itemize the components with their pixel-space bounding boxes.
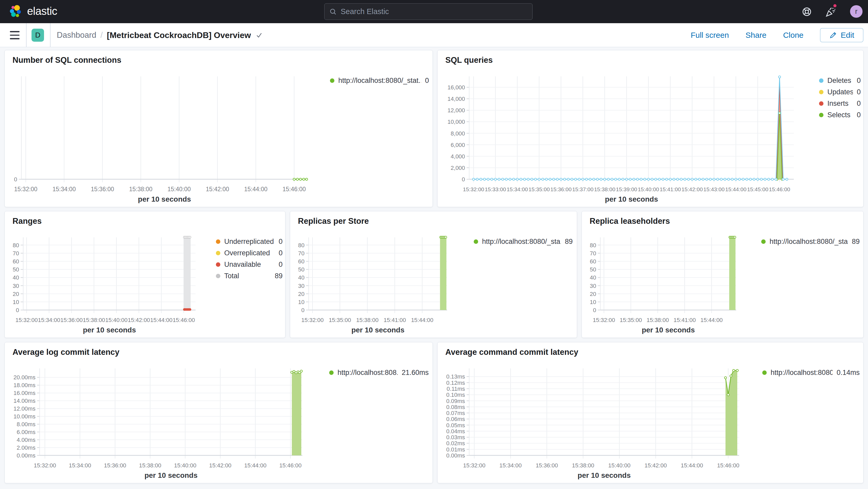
chart-canvas[interactable]: 15:32:0015:33:0015:34:0015:35:0015:36:00… [444,74,801,205]
share-button[interactable]: Share [746,31,767,40]
whats-new-button[interactable] [823,4,838,19]
search-icon [329,8,337,16]
svg-text:15:38:00: 15:38:00 [139,462,161,469]
chart-avg-log-commit-latency[interactable]: 15:32:0015:34:0015:36:0015:38:0015:40:00… [11,366,309,482]
svg-text:15:46:00: 15:46:00 [717,462,739,469]
svg-text:16.00ms: 16.00ms [13,390,35,396]
legend-series-dot [761,239,766,244]
svg-text:80: 80 [298,242,304,248]
chart-canvas[interactable]: 15:32:0015:34:0015:36:0015:38:0015:40:00… [11,74,314,205]
svg-text:20.00ms: 20.00ms [13,374,35,380]
legend-item[interactable]: Selects0 [819,109,861,121]
svg-text:0.04ms: 0.04ms [446,428,465,434]
panel-sql-queries: SQL queries 15:32:0015:33:0015:34:0015:3… [437,50,864,207]
panel-avg-log-commit-latency: Average log commit latency 15:32:0015:34… [4,342,433,483]
avatar-initial: r [855,7,858,16]
svg-text:12,000: 12,000 [447,107,465,114]
brand-text: elastic [27,5,57,18]
svg-text:6.00ms: 6.00ms [17,429,35,435]
svg-text:10: 10 [590,299,596,305]
legend-item[interactable]: Deletes0 [819,75,861,86]
svg-text:70: 70 [298,250,304,256]
svg-text:0.09ms: 0.09ms [446,398,465,404]
chart-canvas[interactable]: 15:32:0015:34:0015:36:0015:38:0015:40:00… [11,366,309,482]
full-screen-button[interactable]: Full screen [691,31,729,40]
legend-item[interactable]: http://localhost:8080/_sta...89 [761,236,860,247]
legend-series-value: 89 [852,238,860,246]
svg-text:60: 60 [590,258,596,265]
clone-button[interactable]: Clone [783,31,803,40]
svg-text:15:44:00: 15:44:00 [244,462,267,469]
svg-text:15:46:00: 15:46:00 [279,462,302,469]
legend-series-value: 0 [279,261,283,269]
svg-text:15:44:00: 15:44:00 [244,186,268,192]
legend-series-dot [216,262,220,267]
svg-text:15:46:00: 15:46:00 [283,186,306,192]
chart-avg-command-commit-latency[interactable]: 15:32:0015:34:0015:36:0015:38:0015:40:00… [444,366,746,482]
chart-legend: http://localhost:8080/_sta...89 [474,236,573,247]
svg-text:15:46:00: 15:46:00 [769,186,790,192]
svg-text:15:34:00: 15:34:00 [69,462,91,469]
legend-item[interactable]: http://localhost:8080/_stat...0 [330,75,429,86]
legend-item[interactable]: Updates0 [819,86,861,98]
edit-button[interactable]: Edit [820,28,863,42]
legend-item[interactable]: Underreplicated0 [216,236,283,247]
svg-text:60: 60 [13,258,19,265]
panel-avg-command-commit-latency: Average command commit latency 15:32:001… [437,342,864,483]
page-title: [Metricbeat CockroachDB] Overview [107,30,251,40]
svg-text:15:35:00: 15:35:00 [620,317,642,323]
svg-text:8,000: 8,000 [451,130,465,137]
legend-item[interactable]: Inserts0 [819,98,861,109]
chart-canvas[interactable]: 15:32:0015:35:0015:38:0015:41:0015:44:00… [588,235,743,336]
svg-text:15:42:00: 15:42:00 [128,317,150,323]
svg-text:15:43:00: 15:43:00 [704,186,725,192]
breadcrumb-dashboard-link[interactable]: Dashboard [57,30,96,40]
svg-text:15:32:00: 15:32:00 [34,462,56,469]
svg-text:15:33:00: 15:33:00 [485,186,506,192]
chart-canvas[interactable]: 15:32:0015:35:0015:38:0015:41:0015:44:00… [297,235,454,336]
legend-series-label: Updates [827,88,853,96]
legend-series-label: Unavailable [224,261,275,269]
legend-item[interactable]: Unavailable0 [216,259,283,270]
legend-item[interactable]: http://localhost:8080/_sta...89 [474,236,573,247]
chart-legend: http://localhost:808...21.60ms [329,367,429,378]
svg-text:15:32:00: 15:32:00 [463,186,485,192]
panel-title: SQL queries [445,56,493,65]
legend-item[interactable]: http://localhost:808...21.60ms [329,367,429,378]
global-search[interactable] [324,3,533,20]
svg-text:4,000: 4,000 [451,153,465,160]
legend-series-label: http://localhost:8080/_stat... [338,77,421,85]
chart-legend: http://localhost:8080...0.14ms [762,367,860,378]
search-input[interactable] [341,7,528,16]
legend-item[interactable]: http://localhost:8080...0.14ms [762,367,860,378]
help-button[interactable] [799,4,814,19]
legend-item[interactable]: Total89 [216,270,283,282]
chart-canvas[interactable]: 15:32:0015:34:0015:36:0015:38:0015:40:00… [444,366,746,482]
svg-text:10,000: 10,000 [447,119,465,125]
help-icon [801,6,812,18]
svg-text:15:41:00: 15:41:00 [383,317,406,323]
svg-text:18.00ms: 18.00ms [13,382,35,389]
title-options-button[interactable] [255,31,263,39]
dashboard-app-badge[interactable]: D [32,29,44,42]
legend-series-dot [819,101,824,106]
chart-replica-leaseholders[interactable]: 15:32:0015:35:0015:38:0015:41:0015:44:00… [588,235,743,336]
chart-legend: http://localhost:8080/_sta...89 [761,236,860,247]
panel-replicas-per-store: Replicas per Store 15:32:0015:35:0015:38… [290,211,577,338]
svg-text:0.02ms: 0.02ms [446,440,465,447]
legend-series-dot [474,239,478,244]
legend-series-value: 89 [565,238,573,246]
svg-text:4.00ms: 4.00ms [17,437,35,443]
chart-ranges[interactable]: 15:32:0015:34:0015:36:0015:38:0015:40:00… [11,235,203,336]
chart-sql-queries[interactable]: 15:32:0015:33:0015:34:0015:35:0015:36:00… [444,74,801,205]
chart-replicas-per-store[interactable]: 15:32:0015:35:0015:38:0015:41:0015:44:00… [297,235,454,336]
svg-text:0.08ms: 0.08ms [446,404,465,410]
chart-canvas[interactable]: 15:32:0015:34:0015:36:0015:38:0015:40:00… [11,235,203,336]
chart-sql-connections[interactable]: 15:32:0015:34:0015:36:0015:38:0015:40:00… [11,74,314,205]
legend-item[interactable]: Overreplicated0 [216,247,283,259]
user-avatar[interactable]: r [850,5,863,18]
svg-text:0: 0 [593,307,596,313]
menu-button[interactable] [10,29,22,41]
svg-text:per 10 seconds: per 10 seconds [642,326,695,334]
legend-series-dot [819,113,824,117]
